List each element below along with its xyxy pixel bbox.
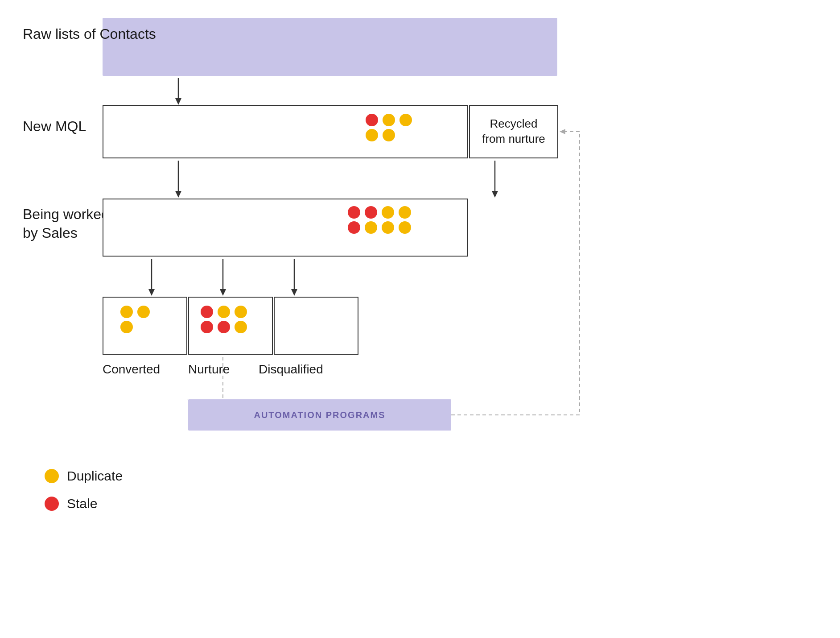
dot-yellow [382,206,394,219]
new-mql-dots [366,114,412,141]
raw-contacts-label: Raw lists of Contacts [23,25,156,44]
legend-stale: Stale [45,496,123,511]
dot-yellow [365,221,377,234]
automation-programs-box: AUTOMATION PROGRAMS [188,399,451,431]
dot-red [201,321,213,333]
dot-red [348,206,360,219]
automation-label: AUTOMATION PROGRAMS [254,410,385,420]
recycled-box: Recycledfrom nurture [469,105,558,158]
dot-yellow [383,114,395,126]
legend-duplicate-dot [45,469,59,483]
legend-duplicate: Duplicate [45,468,123,484]
dot-yellow [366,129,378,141]
svg-marker-1 [175,98,181,105]
raw-contacts-bar [103,18,557,76]
dot-yellow [399,206,411,219]
dot-red [365,206,377,219]
dot-red [366,114,378,126]
disqualified-label: Disqualified [259,362,323,377]
dot-yellow [235,306,247,318]
svg-marker-5 [492,191,498,198]
being-worked-label: Being workedby Sales [23,205,109,242]
legend-stale-label: Stale [67,496,97,511]
svg-marker-3 [175,191,181,198]
dot-red [201,306,213,318]
being-worked-dots [348,206,411,234]
dot-red [348,221,360,234]
disqualified-box [274,297,358,355]
dot-yellow [218,306,230,318]
dot-yellow [120,321,133,333]
legend-duplicate-label: Duplicate [67,468,123,484]
dot-yellow [399,221,411,234]
recycled-label: Recycledfrom nurture [482,116,545,147]
svg-marker-13 [560,129,565,134]
dot-yellow [120,306,133,318]
dot-yellow [399,114,412,126]
legend: Duplicate Stale [45,468,123,524]
legend-stale-dot [45,497,59,511]
svg-marker-9 [220,289,226,296]
svg-marker-11 [291,289,297,296]
nurture-dots [201,306,247,333]
nurture-label: Nurture [188,362,230,377]
new-mql-label: New MQL [23,118,86,135]
svg-marker-7 [148,289,155,296]
dot-yellow [235,321,247,333]
diagram: Raw lists of Contacts New MQL Recycledfr… [0,0,840,638]
dot-red [218,321,230,333]
dot-yellow [382,221,394,234]
converted-label: Converted [103,362,160,377]
new-mql-box [103,105,468,158]
being-worked-box [103,199,468,257]
dot-yellow [383,129,395,141]
dot-yellow [137,306,150,318]
converted-dots [120,306,150,333]
